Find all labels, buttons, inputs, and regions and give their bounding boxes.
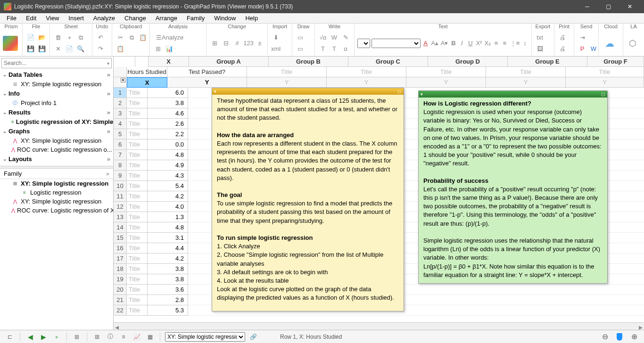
row-title[interactable]: Title [127, 119, 148, 129]
col-sub-x[interactable]: X [127, 77, 167, 88]
labarchives-icon[interactable]: ⬡ [626, 37, 639, 50]
print-preview-icon[interactable]: 🖨 [557, 44, 568, 54]
prev-sheet-icon[interactable]: ◀ [25, 332, 35, 342]
cell-x[interactable]: 2.6 [148, 119, 188, 129]
row-number[interactable]: 5 [114, 129, 127, 139]
cell-x[interactable]: 0.0 [148, 139, 188, 150]
menu-help[interactable]: Help [240, 14, 263, 23]
delete-sheet-icon[interactable]: 🗑 [53, 33, 63, 43]
change-5-icon[interactable]: ± [255, 38, 265, 49]
row-title[interactable]: Title [127, 264, 148, 274]
text-T2-icon[interactable]: T [329, 44, 339, 54]
zoom-slider-thumb[interactable] [617, 333, 622, 341]
prism-logo-icon[interactable] [3, 36, 18, 51]
menu-family[interactable]: Family [182, 14, 209, 23]
superscript-icon[interactable]: X² [475, 38, 482, 49]
row-title[interactable]: Title [127, 253, 148, 264]
col-title-b[interactable]: Title [247, 67, 327, 77]
col-group-f[interactable]: Group F [587, 57, 644, 67]
cell-x[interactable]: 2.8 [148, 295, 188, 305]
row-title[interactable]: Title [127, 181, 148, 191]
info-note-yellow[interactable]: ▾▢ These hypothetical data represent a c… [212, 88, 404, 311]
cell-x[interactable]: 3.8 [148, 98, 188, 108]
find-sheet-icon[interactable]: 🔍 [75, 44, 86, 54]
search-input[interactable] [4, 60, 107, 66]
print-icon[interactable]: 🖨 [557, 33, 568, 43]
minimize-button[interactable]: ─ [577, 0, 598, 13]
word-icon[interactable]: W [329, 33, 339, 43]
row-title[interactable]: Title [127, 202, 148, 212]
font-grow-icon[interactable]: A▴ [430, 38, 439, 49]
row-number[interactable]: 21 [114, 295, 127, 305]
grid-h-scrollbar[interactable]: ◂ ▸ [114, 322, 644, 330]
col-sub-d[interactable]: Y [406, 77, 486, 88]
row-number[interactable]: 14 [114, 222, 127, 233]
cell-x[interactable]: 4.2 [148, 191, 188, 202]
col-sub-c[interactable]: Y [327, 77, 406, 88]
tree-section-header[interactable]: ⌄Info» [0, 89, 113, 98]
menu-window[interactable]: Window [209, 14, 240, 23]
menu-analyze[interactable]: Analyze [89, 14, 120, 23]
import-icon[interactable]: ⬇ [271, 33, 281, 43]
row-number[interactable]: 19 [114, 274, 127, 285]
view-layout-icon[interactable]: ▦ [145, 332, 155, 342]
note-green-collapse-icon[interactable]: ▢ [601, 91, 605, 98]
subscript-icon[interactable]: X₂ [484, 38, 491, 49]
family-item[interactable]: ⋀ROC curve: Logistic regression of X [0, 206, 113, 215]
align-left-icon[interactable]: ≡ [493, 38, 500, 49]
cell-x[interactable]: 6.0 [148, 88, 188, 98]
tree-section-header[interactable]: ⌄Data Tables» [0, 70, 113, 80]
menu-insert[interactable]: Insert [64, 14, 89, 23]
tree-section-header[interactable]: ⌄Graphs» [0, 126, 113, 136]
row-number[interactable]: 17 [114, 253, 127, 264]
cloud-icon[interactable]: ☁ [602, 35, 618, 51]
cut-icon[interactable]: ✂ [115, 33, 125, 43]
col-title-e[interactable]: Title [486, 67, 566, 77]
text-T-icon[interactable]: T [318, 44, 328, 54]
menu-file[interactable]: File [2, 14, 21, 23]
search-box[interactable]: ▾ [1, 58, 112, 68]
cell-x[interactable]: 4.4 [148, 243, 188, 253]
note-yellow-menu-icon[interactable]: ▾ [214, 89, 216, 95]
row-title[interactable]: Title [127, 150, 148, 160]
row-title[interactable]: Title [127, 243, 148, 253]
col-group-b[interactable]: Group B [269, 57, 348, 67]
row-number[interactable]: 13 [114, 212, 127, 222]
menu-view[interactable]: View [41, 14, 64, 23]
analyze-button[interactable]: ☰ Analyze [153, 33, 187, 43]
font-size-select[interactable] [357, 39, 370, 48]
row-number[interactable]: 3 [114, 108, 127, 119]
col-title-a[interactable]: Test Passed? [167, 67, 247, 77]
row-number[interactable]: 6 [114, 139, 127, 150]
tree-item[interactable]: ≡Logistic regression of XY: Simple... [0, 117, 113, 126]
row-number[interactable]: 2 [114, 98, 127, 108]
row-title[interactable]: Title [127, 108, 148, 119]
cell-x[interactable]: 3.6 [148, 285, 188, 295]
font-color-icon[interactable]: A [422, 38, 429, 49]
view-gallery-icon[interactable]: ⊞ [72, 332, 82, 342]
family-item[interactable]: ⋀XY: Simple logistic regression [0, 197, 113, 206]
stats-icon[interactable]: 📊 [164, 44, 174, 54]
row-number[interactable]: 18 [114, 264, 127, 274]
cell-x[interactable]: 4.8 [148, 222, 188, 233]
sheet-selector[interactable]: XY: Simple logistic regression [165, 332, 245, 342]
row-number[interactable]: 4 [114, 119, 127, 129]
draw-1-icon[interactable]: ▭ [295, 33, 305, 43]
cell-x[interactable]: 4.3 [148, 171, 188, 181]
row-number[interactable]: 10 [114, 181, 127, 191]
row-title[interactable]: Title [127, 88, 148, 98]
maximize-button[interactable]: ▢ [598, 0, 619, 13]
highlight-icon[interactable]: ✎ [340, 33, 351, 43]
row-number[interactable]: 15 [114, 233, 127, 243]
row-number[interactable]: 1 [114, 88, 127, 98]
row-title[interactable]: Title [127, 129, 148, 139]
col-group-c[interactable]: Group C [348, 57, 428, 67]
send-1-icon[interactable]: ⇥ [577, 33, 587, 43]
row-title[interactable]: Title [127, 160, 148, 171]
draw-2-icon[interactable]: ▭ [295, 44, 305, 54]
align-center-icon[interactable]: ≡ [501, 38, 508, 49]
row-title[interactable]: Title [127, 171, 148, 181]
link-chain-icon[interactable]: 🔗 [248, 332, 258, 342]
panel-toggle-icon[interactable]: ⊏ [5, 332, 15, 342]
note-yellow-collapse-icon[interactable]: ▢ [397, 89, 402, 95]
